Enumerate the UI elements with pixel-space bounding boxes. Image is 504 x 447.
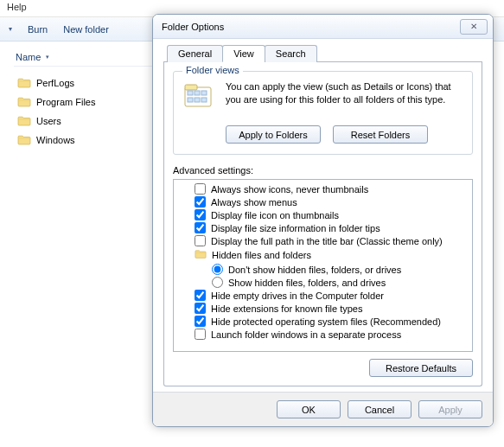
- advanced-item-label: Launch folder windows in a separate proc…: [211, 329, 401, 340]
- svg-rect-1: [185, 85, 197, 90]
- restore-defaults-button[interactable]: Restore Defaults: [369, 359, 473, 377]
- checkbox[interactable]: [195, 235, 206, 246]
- svg-rect-3: [195, 91, 200, 95]
- dialog-body: General View Search Folder views: [153, 39, 493, 395]
- checkbox[interactable]: [195, 209, 206, 220]
- folder-views-group: Folder views: [173, 71, 473, 155]
- folder-icon: [195, 248, 207, 262]
- tab-search[interactable]: Search: [265, 45, 317, 62]
- svg-rect-7: [201, 98, 207, 102]
- svg-rect-2: [188, 91, 193, 95]
- chevron-down-icon: ▾: [46, 54, 49, 61]
- apply-to-folders-button[interactable]: Apply to Folders: [226, 125, 321, 144]
- advanced-item-label: Display file icon on thumbnails: [211, 210, 339, 220]
- menu-help[interactable]: Help: [7, 2, 27, 12]
- folder-views-text: You can apply the view (such as Details …: [226, 80, 463, 117]
- advanced-item-label: Display file size information in folder …: [211, 223, 380, 233]
- toolbar-dropdown[interactable]: ​▾: [7, 24, 12, 35]
- advanced-item[interactable]: Always show menus: [175, 195, 470, 208]
- advanced-item[interactable]: Don't show hidden files, folders, or dri…: [175, 263, 470, 276]
- tab-general[interactable]: General: [167, 45, 223, 62]
- tab-page-view: Folder views: [163, 62, 482, 386]
- advanced-item[interactable]: Display file size information in folder …: [175, 221, 470, 234]
- list-item-label: Windows: [36, 135, 75, 145]
- close-button[interactable]: ✕: [460, 19, 488, 35]
- list-item-label: Users: [36, 116, 61, 126]
- advanced-item-label: Show hidden files, folders, and drives: [228, 278, 386, 288]
- folder-icon: [17, 133, 31, 147]
- advanced-item-label: Hide empty drives in the Computer folder: [211, 291, 384, 301]
- toolbar-burn[interactable]: Burn: [28, 24, 48, 35]
- checkbox[interactable]: [195, 316, 206, 327]
- advanced-item-label: Hide extensions for known file types: [211, 303, 362, 314]
- advanced-item[interactable]: Hide extensions for known file types: [175, 302, 470, 315]
- advanced-item-label: Hidden files and folders: [212, 250, 311, 260]
- advanced-item[interactable]: Show hidden files, folders, and drives: [175, 276, 470, 289]
- advanced-item-label: Always show icons, never thumbnails: [211, 184, 368, 195]
- advanced-item-label: Don't show hidden files, folders, or dri…: [228, 265, 401, 275]
- advanced-item[interactable]: Launch folder windows in a separate proc…: [175, 328, 470, 341]
- advanced-item[interactable]: Always show icons, never thumbnails: [175, 182, 470, 195]
- advanced-item-label: Hide protected operating system files (R…: [211, 316, 441, 327]
- advanced-item[interactable]: Display file icon on thumbnails: [175, 208, 470, 221]
- list-item-label: Program Files: [36, 97, 95, 107]
- cancel-button[interactable]: Cancel: [348, 400, 411, 418]
- tab-view[interactable]: View: [222, 45, 265, 62]
- checkbox[interactable]: [195, 196, 206, 208]
- ok-button[interactable]: OK: [277, 400, 341, 418]
- folder-icon: [17, 76, 31, 90]
- advanced-item[interactable]: Display the full path in the title bar (…: [175, 234, 470, 247]
- svg-rect-5: [188, 98, 193, 102]
- radio[interactable]: [212, 277, 223, 288]
- checkbox[interactable]: [195, 183, 206, 195]
- advanced-item: Hidden files and folders: [175, 247, 470, 263]
- advanced-settings-label: Advanced settings:: [173, 165, 473, 176]
- chevron-down-icon: ▾: [9, 25, 12, 33]
- dialog-titlebar: Folder Options ✕: [153, 15, 493, 39]
- folder-views-icon: [182, 80, 217, 117]
- checkbox[interactable]: [195, 303, 206, 314]
- apply-button[interactable]: Apply: [418, 400, 482, 418]
- svg-rect-4: [201, 91, 207, 95]
- list-item-label: PerfLogs: [36, 78, 74, 88]
- advanced-item-label: Always show menus: [211, 197, 297, 208]
- folder-icon: [17, 95, 31, 109]
- checkbox[interactable]: [195, 290, 206, 301]
- reset-folders-button[interactable]: Reset Folders: [333, 125, 428, 144]
- advanced-settings-box: Always show icons, never thumbnailsAlway…: [173, 179, 473, 352]
- folder-views-legend: Folder views: [182, 65, 243, 75]
- checkbox[interactable]: [195, 329, 206, 340]
- radio[interactable]: [212, 264, 223, 275]
- dialog-title: Folder Options: [162, 22, 224, 32]
- toolbar-new-folder[interactable]: New folder: [63, 24, 109, 35]
- folder-icon: [17, 114, 31, 128]
- svg-rect-6: [195, 98, 200, 102]
- close-icon: ✕: [470, 22, 477, 31]
- column-name-label: Name: [16, 52, 41, 62]
- advanced-item[interactable]: Hide protected operating system files (R…: [175, 315, 470, 328]
- tabstrip: General View Search: [163, 44, 482, 62]
- advanced-item[interactable]: Hide empty drives in the Computer folder: [175, 289, 470, 302]
- advanced-item-label: Display the full path in the title bar (…: [211, 236, 443, 246]
- advanced-settings-scroll[interactable]: Always show icons, never thumbnailsAlway…: [174, 180, 472, 351]
- folder-options-dialog: Folder Options ✕ General View Search Fol…: [152, 14, 494, 427]
- dialog-footer: OK Cancel Apply: [153, 392, 493, 426]
- checkbox[interactable]: [195, 222, 206, 233]
